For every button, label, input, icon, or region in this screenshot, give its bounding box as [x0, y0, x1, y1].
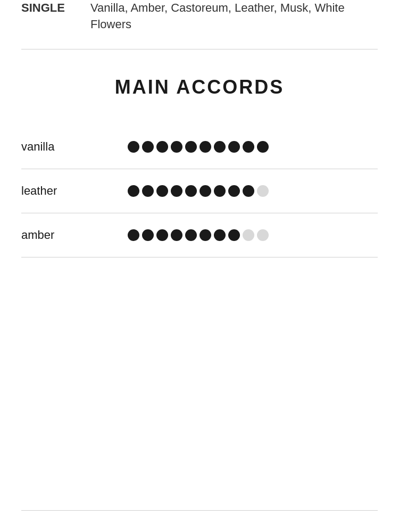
dot [214, 185, 226, 197]
dot [228, 185, 240, 197]
main-accords-section: MAIN ACCORDS vanilla leather [0, 49, 399, 257]
accord-name-leather: leather [21, 184, 128, 198]
dot [228, 141, 240, 153]
dot [257, 185, 269, 197]
accord-row-leather: leather [21, 169, 378, 213]
dot [185, 141, 197, 153]
dot [257, 141, 269, 153]
accord-name-amber: amber [21, 228, 128, 242]
dot [243, 141, 254, 153]
dot [142, 185, 154, 197]
dot [171, 141, 182, 153]
dots-leather [128, 185, 269, 197]
label-single: SINGLE [21, 0, 80, 15]
bottom-divider [21, 510, 378, 511]
dot [200, 229, 211, 241]
dot [156, 141, 168, 153]
dot [128, 141, 139, 153]
dot [214, 141, 226, 153]
dot [171, 185, 182, 197]
dots-vanilla [128, 141, 269, 153]
dot [142, 141, 154, 153]
dot [200, 185, 211, 197]
accord-row-vanilla: vanilla [21, 125, 378, 169]
top-section: SINGLE Vanilla, Amber, Castoreum, Leathe… [0, 0, 399, 49]
main-accords-title: MAIN ACCORDS [21, 76, 378, 98]
dot [200, 141, 211, 153]
dot [243, 185, 254, 197]
dot [228, 229, 240, 241]
dot [128, 185, 139, 197]
dot [156, 229, 168, 241]
dot [142, 229, 154, 241]
dot [128, 229, 139, 241]
notes-text: Vanilla, Amber, Castoreum, Leather, Musk… [90, 0, 378, 33]
dot [156, 185, 168, 197]
dots-amber [128, 229, 269, 241]
accord-row-amber: amber [21, 213, 378, 257]
dot [243, 229, 254, 241]
dot [171, 229, 182, 241]
accord-name-vanilla: vanilla [21, 140, 128, 154]
dot [185, 185, 197, 197]
dot [214, 229, 226, 241]
dot [257, 229, 269, 241]
page-wrapper: SINGLE Vanilla, Amber, Castoreum, Leathe… [0, 0, 399, 532]
dot [185, 229, 197, 241]
